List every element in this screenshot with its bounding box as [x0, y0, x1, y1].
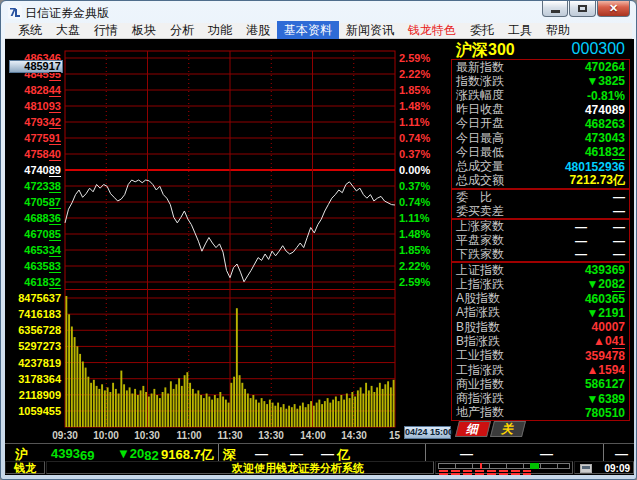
- quote-row: 涨跌幅度-0.81%: [452, 88, 629, 102]
- percent-tick-label: 2.59%: [399, 52, 430, 64]
- index-row: B指涨跌▲041: [452, 334, 629, 348]
- volume-axis-labels: 8475637741618363567285297273423781931783…: [5, 39, 63, 429]
- percent-tick-label: 1.11%: [399, 116, 430, 128]
- weibi-row: 委 比—: [452, 190, 629, 204]
- panel-tab-细[interactable]: 细: [455, 421, 491, 437]
- sz-amount-dash: —: [321, 446, 334, 461]
- index-row: 商业指数586127: [452, 377, 629, 391]
- menu-item-港股[interactable]: 港股: [239, 21, 277, 40]
- menu-item-行情[interactable]: 行情: [87, 21, 125, 40]
- intraday-chart[interactable]: [5, 39, 451, 429]
- percent-tick-label: 1.11%: [399, 212, 430, 224]
- clock-cell: 09:09: [574, 461, 634, 474]
- menu-item-工具[interactable]: 工具: [501, 21, 539, 40]
- menu-item-大盘[interactable]: 大盘: [49, 21, 87, 40]
- quote-panel: 沪深300 000300 最新指数470264指数涨跌▼3825涨跌幅度-0.8…: [451, 39, 631, 438]
- placeholder-dash: —: [615, 446, 628, 461]
- time-tick-label: 14:00: [300, 430, 326, 441]
- volume-tick-label: 1059455: [18, 405, 61, 417]
- minimize-button[interactable]: [542, 1, 568, 17]
- quote-row: 总成交额7212.73亿: [452, 174, 629, 188]
- quote-row: 最新指数470264: [452, 60, 629, 74]
- time-tick-label: 11:00: [176, 430, 201, 441]
- weibi-box: 委 比—委买卖差—: [451, 189, 630, 219]
- menu-item-基本资料[interactable]: 基本资料: [277, 21, 339, 40]
- time-tick-label: 10:30: [134, 430, 160, 441]
- sz-value-dash: —: [255, 446, 268, 461]
- menu-item-板块[interactable]: 板块: [125, 21, 163, 40]
- index-row: 地产指数780510: [452, 406, 629, 420]
- menu-item-委托[interactable]: 委托: [463, 21, 501, 40]
- index-row: 工业指数359478: [452, 349, 629, 363]
- quote-row: 今日开盘468263: [452, 117, 629, 131]
- time-tick-label: 10:00: [93, 430, 119, 441]
- quote-header: 沪深300 000300: [451, 40, 631, 59]
- status-message-cell: 欢迎使用钱龙证券分析系统: [46, 461, 434, 474]
- maximize-icon: [578, 5, 587, 12]
- close-button[interactable]: ✕: [597, 1, 630, 17]
- time-axis: 09:3010:0010:3011:0011:3013:3014:0014:30…: [5, 429, 451, 443]
- meter-dashes: [439, 470, 531, 472]
- index-row: B股指数40007: [452, 320, 629, 334]
- menu-bar: 系统大盘行情板块分析功能港股基本资料新闻资讯钱龙特色委托工具帮助: [5, 23, 632, 39]
- cursor-datetime-box: 04/24 15:00: [404, 426, 451, 439]
- panel-tabs: 细关: [457, 421, 527, 438]
- divider: [218, 444, 219, 461]
- time-tick-label: 15: [389, 430, 400, 441]
- index-code: 000300: [572, 40, 625, 58]
- time-tick-label: 11:30: [217, 430, 242, 441]
- percent-tick-label: 2.22%: [399, 260, 430, 272]
- quote-row: 总成交量480152936: [452, 160, 629, 174]
- volume-tick-label: 6356728: [18, 324, 61, 336]
- menu-item-分析[interactable]: 分析: [163, 21, 201, 40]
- percent-tick-label: 0.37%: [399, 180, 430, 192]
- menu-item-系统[interactable]: 系统: [11, 21, 49, 40]
- percent-tick-label: 0.37%: [399, 148, 430, 160]
- volume-tick-label: 2118909: [19, 389, 61, 401]
- meter-scale: [438, 463, 570, 469]
- meter-dashes: [439, 473, 531, 475]
- percent-tick-label: 0.74%: [399, 196, 430, 208]
- jiashu-box: 上涨家数——平盘家数——下跌家数——: [451, 219, 630, 262]
- volume-tick-label: 5297273: [18, 340, 61, 352]
- time-tick-label: 14:30: [341, 430, 367, 441]
- percent-tick-label: 1.48%: [399, 228, 430, 240]
- monitor-icon: [580, 464, 592, 473]
- menu-item-新闻资讯[interactable]: 新闻资讯: [339, 21, 401, 40]
- quote-row: 今日最高473043: [452, 131, 629, 145]
- percent-tick-label: 0.74%: [399, 132, 430, 144]
- volume-tick-label: 3178364: [18, 373, 61, 385]
- jiashu-row: 平盘家数——: [452, 234, 629, 248]
- price-highlight-box: 485917: [9, 60, 63, 73]
- market-meter-widget[interactable]: [435, 461, 573, 474]
- index-row: A指涨跌▼2191: [452, 306, 629, 320]
- jiashu-row: 下跌家数——: [452, 247, 629, 261]
- main-content: 4863464845954828444810934793424775914758…: [5, 39, 634, 475]
- title-bar[interactable]: 日信证券金典版 ✕: [1, 1, 636, 23]
- volume-tick-label: 4237819: [18, 357, 61, 369]
- indices-box: 上证指数439369上指涨跌▼2082A股指数460365A指涨跌▼2191B股…: [451, 262, 630, 421]
- volume-tick-label: 8475637: [18, 292, 61, 304]
- panel-tab-关[interactable]: 关: [490, 421, 526, 437]
- time-tick-label: 13:30: [258, 430, 284, 441]
- menu-item-钱龙特色[interactable]: 钱龙特色: [401, 21, 463, 40]
- percent-tick-label: 1.85%: [399, 244, 430, 256]
- time-tick-label: 09:30: [52, 430, 78, 441]
- placeholder-dash: —: [460, 446, 473, 461]
- sh-index-change: ▼2082: [117, 446, 144, 461]
- app-logo-icon: [8, 5, 22, 19]
- status-bar: 钱龙 欢迎使用钱龙证券分析系统 09:09: [5, 461, 634, 475]
- meter-red-mark: [480, 463, 482, 469]
- quote-box: 最新指数470264指数涨跌▼3825涨跌幅度-0.81%昨日收盘474089今…: [451, 59, 630, 189]
- menu-item-帮助[interactable]: 帮助: [539, 21, 577, 40]
- menu-item-功能[interactable]: 功能: [201, 21, 239, 40]
- maximize-button[interactable]: [569, 1, 596, 17]
- status-message: 欢迎使用钱龙证券分析系统: [232, 462, 364, 474]
- sz-change-dash: —: [290, 446, 303, 461]
- divider: [603, 444, 604, 461]
- minimize-icon: [551, 10, 560, 13]
- percent-tick-label: 0.00%: [399, 164, 430, 176]
- quote-row: 昨日收盘474089: [452, 103, 629, 117]
- brand-label: 钱龙: [5, 461, 45, 474]
- index-name: 沪深300: [456, 40, 515, 61]
